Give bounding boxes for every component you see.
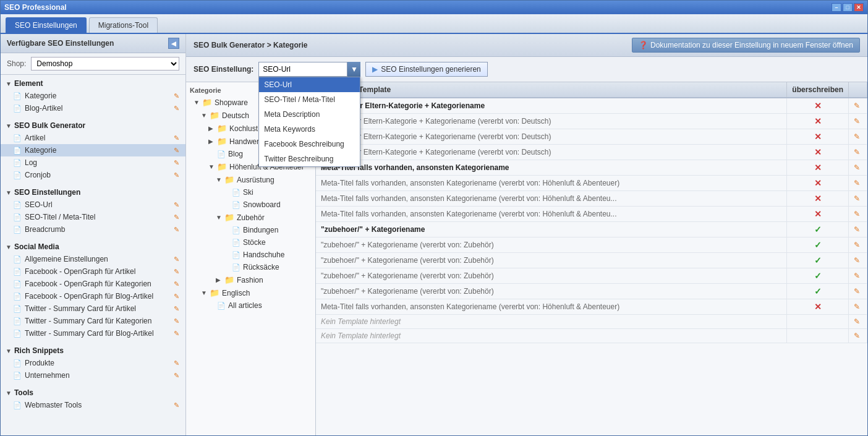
maximize-button[interactable]: □ xyxy=(843,3,853,12)
tree-node-ausruestung[interactable]: ▼ 📁 Ausrüstung xyxy=(186,173,315,186)
edit-icon[interactable]: ✎ xyxy=(174,213,179,221)
edit-cell[interactable]: ✎ xyxy=(849,329,867,343)
sidebar-item-blog-artikel[interactable]: 📄 Blog-Artikel ✎ xyxy=(1,102,185,114)
edit-pencil-icon[interactable]: ✎ xyxy=(854,287,860,296)
sidebar-collapse-button[interactable]: ◀ xyxy=(168,38,179,49)
tab-migrations-tool[interactable]: Migrations-Tool xyxy=(89,17,158,33)
edit-pencil-icon[interactable]: ✎ xyxy=(854,256,860,265)
edit-cell[interactable]: ✎ xyxy=(849,176,867,191)
edit-icon[interactable]: ✎ xyxy=(174,330,179,338)
edit-pencil-icon[interactable]: ✎ xyxy=(854,148,860,156)
edit-icon[interactable]: ✎ xyxy=(174,293,179,301)
tree-node-rucksaecke[interactable]: ▶ 📄 Rücksäcke xyxy=(186,261,315,273)
tab-seo-einstellungen[interactable]: SEO Einstellungen xyxy=(6,17,87,33)
edit-icon[interactable]: ✎ xyxy=(174,92,179,100)
dropdown-item-seo-titel[interactable]: SEO-Titel / Meta-Titel xyxy=(259,92,360,107)
dropdown-item-meta-desc[interactable]: Meta Description xyxy=(259,107,360,122)
sidebar-item-produkte[interactable]: 📄 Produkte ✎ xyxy=(1,357,185,369)
sidebar-item-unternehmen[interactable]: 📄 Unternehmen ✎ xyxy=(1,369,185,382)
minimize-button[interactable]: – xyxy=(832,3,841,12)
tree-node-handschuhe[interactable]: ▶ 📄 Handschuhe xyxy=(186,249,315,261)
sidebar-item-breadcrumb[interactable]: 📄 Breadcrumb ✎ xyxy=(1,223,185,236)
sidebar-item-kategorie-element[interactable]: 📄 Kategorie ✎ xyxy=(1,90,185,102)
edit-pencil-icon[interactable]: ✎ xyxy=(854,132,860,141)
sidebar-item-tw-kategorien[interactable]: 📄 Twitter - Summary Card für Kategorien … xyxy=(1,315,185,327)
edit-icon[interactable]: ✎ xyxy=(174,317,179,325)
edit-cell[interactable]: ✎ xyxy=(849,114,867,129)
tree-node-zubehoer[interactable]: ▼ 📁 Zubehör xyxy=(186,211,315,224)
edit-cell[interactable]: ✎ xyxy=(849,299,867,315)
edit-pencil-icon[interactable]: ✎ xyxy=(854,194,860,203)
edit-cell[interactable]: ✎ xyxy=(849,207,867,222)
edit-cell[interactable]: ✎ xyxy=(849,98,867,114)
edit-pencil-icon[interactable]: ✎ xyxy=(854,225,860,234)
edit-pencil-icon[interactable]: ✎ xyxy=(854,241,860,249)
edit-cell[interactable]: ✎ xyxy=(849,191,867,207)
edit-cell[interactable]: ✎ xyxy=(849,237,867,253)
tree-node-bindungen[interactable]: ▶ 📄 Bindungen xyxy=(186,224,315,236)
sidebar-item-allgemeine[interactable]: 📄 Allgemeine Einstellungen ✎ xyxy=(1,253,185,265)
sidebar-item-seo-titel[interactable]: 📄 SEO-Titel / Meta-Titel ✎ xyxy=(1,211,185,223)
tree-node-stoecke[interactable]: ▶ 📄 Stöcke xyxy=(186,236,315,249)
edit-pencil-icon[interactable]: ✎ xyxy=(854,331,860,340)
edit-icon[interactable]: ✎ xyxy=(174,159,179,167)
edit-icon[interactable]: ✎ xyxy=(174,401,179,409)
generate-button-label: SEO Einstellungen generieren xyxy=(381,65,480,74)
table-row: SEO-Url der Eltern-Kategorie + Kategorie… xyxy=(316,145,867,160)
edit-icon[interactable]: ✎ xyxy=(174,280,179,288)
edit-cell[interactable]: ✎ xyxy=(849,222,867,237)
edit-icon[interactable]: ✎ xyxy=(174,105,179,113)
sidebar-item-kategorie-bulk[interactable]: 📄 Kategorie ✎ xyxy=(1,144,185,156)
dropdown-item-meta-keywords[interactable]: Meta Keywords xyxy=(259,122,360,137)
edit-icon[interactable]: ✎ xyxy=(174,359,179,367)
edit-icon[interactable]: ✎ xyxy=(174,255,179,263)
edit-pencil-icon[interactable]: ✎ xyxy=(854,317,860,326)
edit-cell[interactable]: ✎ xyxy=(849,145,867,160)
sidebar-item-fb-artikel[interactable]: 📄 Facebook - OpenGraph für Artikel ✎ xyxy=(1,265,185,278)
edit-cell[interactable]: ✎ xyxy=(849,268,867,284)
documentation-button[interactable]: ❓ Dokumentation zu dieser Einstellung in… xyxy=(632,38,860,53)
sidebar-item-artikel[interactable]: 📄 Artikel ✎ xyxy=(1,132,185,144)
tree-node-all-articles[interactable]: ▶ 📄 All articles xyxy=(186,299,315,312)
edit-icon[interactable]: ✎ xyxy=(174,201,179,209)
edit-pencil-icon[interactable]: ✎ xyxy=(854,101,860,110)
sidebar-item-fb-blog[interactable]: 📄 Facebook - OpenGraph für Blog-Artikel … xyxy=(1,290,185,302)
edit-pencil-icon[interactable]: ✎ xyxy=(854,271,860,280)
edit-icon[interactable]: ✎ xyxy=(174,134,179,142)
edit-icon[interactable]: ✎ xyxy=(174,268,179,276)
edit-pencil-icon[interactable]: ✎ xyxy=(854,117,860,126)
tree-node-fashion[interactable]: ▶ 📁 Fashion xyxy=(186,273,315,286)
edit-pencil-icon[interactable]: ✎ xyxy=(854,179,860,187)
edit-icon[interactable]: ✎ xyxy=(174,171,179,179)
generate-button[interactable]: ▶ SEO Einstellungen generieren xyxy=(365,62,487,77)
seo-einstellung-input[interactable] xyxy=(258,62,360,77)
tree-node-englisch[interactable]: ▼ 📁 Englisch xyxy=(186,286,315,299)
sidebar-item-tw-blog[interactable]: 📄 Twitter - Summary Card für Blog-Artike… xyxy=(1,327,185,340)
sidebar-item-log[interactable]: 📄 Log ✎ xyxy=(1,156,185,169)
edit-pencil-icon[interactable]: ✎ xyxy=(854,163,860,172)
dropdown-item-tw-beschreibung[interactable]: Twitter Beschreibung xyxy=(259,152,360,166)
close-button[interactable]: ✕ xyxy=(854,3,864,12)
edit-cell[interactable]: ✎ xyxy=(849,129,867,145)
edit-icon[interactable]: ✎ xyxy=(174,147,179,155)
edit-cell[interactable]: ✎ xyxy=(849,315,867,329)
edit-cell[interactable]: ✎ xyxy=(849,160,867,176)
dropdown-item-seo-url[interactable]: SEO-Url xyxy=(259,77,360,92)
section-rich-label: Rich Snippets xyxy=(14,346,64,355)
edit-icon[interactable]: ✎ xyxy=(174,305,179,313)
sidebar-item-seo-url[interactable]: 📄 SEO-Url ✎ xyxy=(1,199,185,211)
edit-cell[interactable]: ✎ xyxy=(849,253,867,268)
edit-cell[interactable]: ✎ xyxy=(849,284,867,299)
sidebar-item-fb-kategorien[interactable]: 📄 Facebook - OpenGraph für Kategorien ✎ xyxy=(1,278,185,290)
sidebar-item-webmaster[interactable]: 📄 Webmaster Tools ✎ xyxy=(1,399,185,411)
dropdown-item-fb-beschreibung[interactable]: Facebook Beschreibung xyxy=(259,137,360,152)
edit-icon[interactable]: ✎ xyxy=(174,226,179,234)
shop-select[interactable]: Demoshop xyxy=(31,57,179,71)
tree-node-ski[interactable]: ▶ 📄 Ski xyxy=(186,186,315,199)
edit-pencil-icon[interactable]: ✎ xyxy=(854,302,860,311)
sidebar-item-tw-artikel[interactable]: 📄 Twitter - Summary Card für Artikel ✎ xyxy=(1,302,185,315)
edit-pencil-icon[interactable]: ✎ xyxy=(854,210,860,218)
edit-icon[interactable]: ✎ xyxy=(174,372,179,380)
tree-node-snowboard[interactable]: ▶ 📄 Snowboard xyxy=(186,199,315,211)
sidebar-item-cronjob[interactable]: 📄 Cronjob ✎ xyxy=(1,169,185,181)
